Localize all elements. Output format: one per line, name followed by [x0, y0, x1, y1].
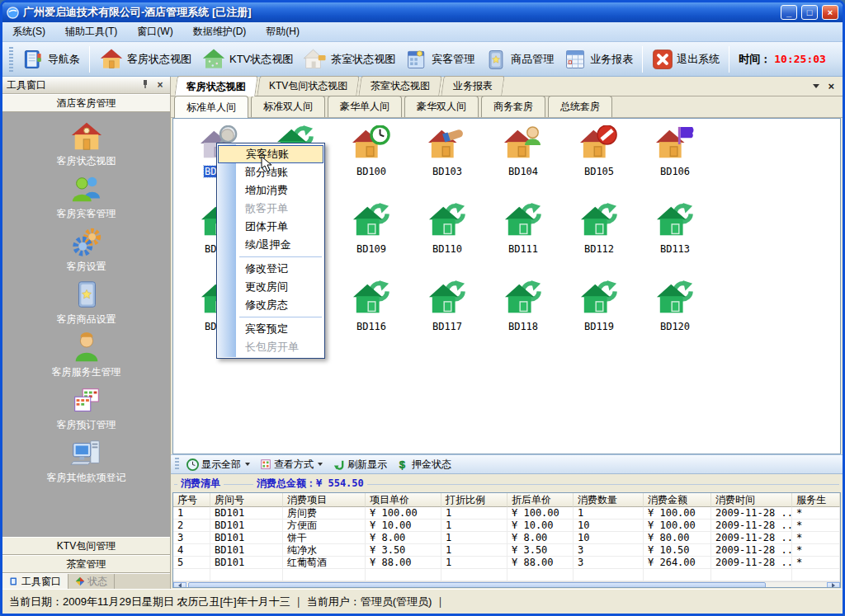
minimize-button[interactable]: _ [781, 5, 797, 20]
tab-close-icon[interactable]: × [828, 80, 834, 92]
sidebar-item-waiter-management[interactable]: 客房服务生管理 [2, 327, 170, 379]
room-bd110[interactable]: BD110 [409, 201, 485, 279]
sidebar-item-room-goods-settings[interactable]: 客房商品设置 [2, 274, 170, 327]
close-button[interactable]: × [822, 5, 838, 20]
tab-list-dropdown-icon[interactable] [813, 84, 819, 88]
scroll-right-arrow[interactable] [827, 582, 840, 588]
room-bd117[interactable]: BD117 [409, 279, 485, 356]
col-header-index[interactable]: 序号 [173, 493, 210, 507]
room-bd111[interactable]: BD111 [485, 201, 561, 279]
col-header-waiter[interactable]: 服务生 [792, 493, 840, 507]
col-header-discounted-price[interactable]: 折后单价 [507, 493, 574, 507]
menu-system[interactable]: 系统(S) [2, 22, 55, 41]
room-bd112[interactable]: BD112 [561, 201, 637, 279]
view-mode-button[interactable]: 查看方式 [255, 457, 328, 473]
guest-management-button[interactable]: 宾客管理 [400, 46, 479, 73]
room-bd119[interactable]: BD119 [561, 279, 637, 356]
dollar-icon: $ [397, 458, 409, 471]
table-row[interactable]: 4BD101 纯净水¥ 3.50 1¥ 3.50 3¥ 10.50 2009-1… [173, 544, 840, 557]
room-bd113[interactable]: BD113 [637, 201, 713, 279]
menu-help[interactable]: 帮助(H) [256, 22, 309, 41]
pin-icon[interactable] [139, 79, 151, 92]
roomtype-tab-deluxe-single[interactable]: 豪华单人间 [328, 96, 402, 117]
doc-tab-room-status[interactable]: 客房状态视图 [174, 76, 258, 96]
sidebar-item-room-settings[interactable]: 客房设置 [2, 221, 170, 274]
menu-window[interactable]: 窗口(W) [127, 22, 182, 41]
scroll-left-arrow[interactable] [173, 582, 186, 588]
col-header-room[interactable]: 房间号 [210, 493, 283, 507]
menu-item-edit-registration[interactable]: 修改登记 [218, 260, 323, 278]
sidebar-item-reservation-management[interactable]: 客房预订管理 [2, 379, 170, 432]
menu-item-group-open[interactable]: 团体开单 [218, 218, 323, 236]
show-all-button[interactable]: 显示全部 [182, 457, 255, 473]
table-row[interactable]: 3BD101 饼干¥ 8.00 1¥ 8.00 10¥ 80.00 2009-1… [173, 532, 840, 544]
room-bd120[interactable]: BD120 [637, 279, 713, 356]
room-bd116[interactable]: BD116 [333, 279, 409, 356]
menu-item-add-consumption[interactable]: 增加消费 [218, 181, 323, 200]
section-tea-management[interactable]: 茶室管理 [2, 555, 170, 573]
room-bd100[interactable]: BD100 [333, 124, 409, 201]
menu-item-change-room[interactable]: 更改房间 [218, 278, 323, 296]
col-header-amount[interactable]: 消费金额 [644, 493, 711, 507]
room-label: BD117 [432, 321, 462, 332]
sidebar-item-guest-management[interactable]: 客房宾客管理 [2, 168, 170, 221]
consumption-table: 序号 房间号 消费项目 项目单价 打折比例 折后单价 消费数量 消费金额 消费时… [172, 492, 841, 588]
tab-status[interactable]: 状态 [68, 574, 115, 589]
roomtype-tab-standard-double[interactable]: 标准双人间 [251, 96, 325, 117]
col-header-unit-price[interactable]: 项目单价 [366, 493, 441, 507]
room-label: BD103 [432, 166, 462, 177]
exit-system-button[interactable]: 退出系统 [647, 47, 725, 72]
room-label: BD116 [356, 321, 386, 332]
menu-aux-tools[interactable]: 辅助工具(T) [55, 22, 127, 41]
menu-data-maintenance[interactable]: 数据维护(D) [183, 22, 257, 41]
roomtype-tab-president-suite[interactable]: 总统套房 [548, 96, 612, 117]
col-header-discount[interactable]: 打折比例 [441, 493, 507, 507]
roomtype-tab-business-suite[interactable]: 商务套房 [481, 96, 545, 117]
nav-bar-button[interactable]: 导航条 [17, 46, 85, 73]
tab-tool-window[interactable]: 工具窗口 [2, 574, 68, 589]
sidebar-close-icon[interactable]: × [154, 79, 166, 91]
roomtype-tab-deluxe-double[interactable]: 豪华双人间 [404, 96, 479, 117]
room-bd103[interactable]: BD103 [409, 124, 485, 201]
room-bd118[interactable]: BD118 [485, 279, 561, 356]
table-horizontal-scrollbar[interactable] [173, 581, 840, 588]
sidebar-item-other-payments[interactable]: 客房其他款项登记 [2, 432, 170, 485]
doc-tab-ktv-status[interactable]: KTV包间状态视图 [257, 76, 360, 96]
room-bd109[interactable]: BD109 [333, 201, 409, 279]
goods-management-button[interactable]: 商品管理 [479, 46, 559, 73]
total-value: ¥ 554.50 [316, 477, 364, 489]
goods-book-icon [484, 48, 507, 71]
col-header-time[interactable]: 消费时间 [711, 493, 792, 507]
table-row[interactable]: 2BD101 方便面¥ 10.00 1¥ 10.00 10¥ 100.00 20… [173, 520, 840, 532]
room-bd106[interactable]: BD106 [637, 124, 713, 201]
tea-status-view-button[interactable]: 茶室状态视图 [298, 45, 400, 73]
room-bd104[interactable]: BD104 [485, 124, 561, 201]
show-all-label: 显示全部 [201, 458, 241, 472]
refresh-button[interactable]: 刷新显示 [328, 457, 392, 473]
room-status-view-button[interactable]: 客房状态视图 [94, 45, 196, 73]
table-row[interactable]: 5BD101 红葡萄酒¥ 88.00 1¥ 88.00 3¥ 264.00 20… [173, 557, 840, 569]
deposit-status-button[interactable]: $ 押金状态 [392, 457, 456, 473]
col-header-quantity[interactable]: 消费数量 [574, 493, 644, 507]
time-label: 时间： [739, 52, 771, 67]
doc-tab-tea-status[interactable]: 茶室状态视图 [359, 76, 442, 96]
section-ktv-management[interactable]: KTV包间管理 [2, 537, 170, 555]
table-row[interactable]: 1BD101 房间费¥ 100.00 1¥ 100.00 1¥ 100.00 2… [173, 507, 840, 520]
maximize-button[interactable]: □ [801, 5, 818, 20]
exit-system-label: 退出系统 [677, 52, 720, 67]
view-mode-icon [260, 458, 271, 470]
menu-item-guest-reserve[interactable]: 宾客预定 [218, 320, 323, 338]
sidebar-item-room-status-view[interactable]: 客房状态视图 [2, 115, 170, 168]
scrollbar-track[interactable] [186, 582, 827, 588]
room-management-group-header[interactable]: 酒店客房管理 [2, 94, 170, 112]
ktv-status-view-button[interactable]: KTV状态视图 [196, 45, 298, 73]
scrollbar-thumb[interactable] [188, 582, 766, 588]
doc-tab-report[interactable]: 业务报表 [441, 76, 505, 96]
room-context-menu: 宾客结账 部分结账 增加消费 散客开单 团体开单 续/退押金 修改登记 更改房间… [216, 143, 325, 359]
business-report-button[interactable]: 业务报表 [559, 46, 638, 73]
col-header-item[interactable]: 消费项目 [283, 493, 366, 507]
menu-item-change-status[interactable]: 修改房态 [218, 296, 323, 314]
roomtype-tab-standard-single[interactable]: 标准单人间 [174, 96, 248, 118]
menu-item-deposit[interactable]: 续/退押金 [218, 236, 323, 254]
room-bd105[interactable]: BD105 [561, 124, 637, 201]
